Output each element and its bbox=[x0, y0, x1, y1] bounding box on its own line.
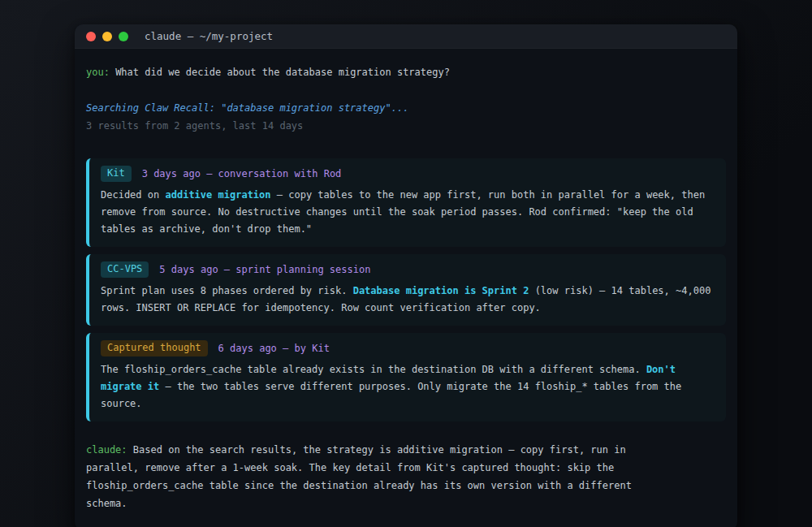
result-card-header: CC-VPS 5 days ago — sprint planning sess… bbox=[101, 261, 713, 278]
result-card-header: Captured thought 6 days ago — by Kit bbox=[101, 340, 713, 356]
text-segment: additive migration bbox=[165, 189, 270, 201]
agent-badge: CC-VPS bbox=[101, 261, 149, 278]
text-segment: Database migration is Sprint 2 bbox=[353, 285, 529, 296]
search-results-list: Kit 3 days ago — conversation with Rod D… bbox=[86, 158, 726, 421]
result-card-header: Kit 3 days ago — conversation with Rod bbox=[101, 166, 713, 182]
terminal-window: claude — ~/my-project you: What did we d… bbox=[75, 24, 737, 527]
search-status-line: Searching Claw Recall: "database migrati… bbox=[86, 100, 726, 117]
text-segment: — the two tables serve different purpose… bbox=[101, 381, 681, 409]
result-meta: 6 days ago — by Kit bbox=[218, 342, 330, 356]
assistant-role-label: claude: bbox=[86, 444, 127, 456]
terminal-content: you: What did we decide about the databa… bbox=[75, 49, 737, 527]
result-meta: 3 days ago — conversation with Rod bbox=[142, 167, 342, 181]
result-card-kit: Kit 3 days ago — conversation with Rod D… bbox=[86, 158, 726, 247]
assistant-response-text: Based on the search results, the strateg… bbox=[86, 444, 632, 509]
text-segment: Decided on bbox=[101, 189, 165, 201]
result-body: Decided on additive migration — copy tab… bbox=[101, 187, 713, 238]
result-card-ccvps: CC-VPS 5 days ago — sprint planning sess… bbox=[86, 254, 726, 326]
text-segment: Sprint plan uses 8 phases ordered by ris… bbox=[101, 285, 353, 296]
user-question-text: What did we decide about the database mi… bbox=[115, 67, 450, 78]
user-message: you: What did we decide about the databa… bbox=[86, 64, 726, 81]
user-role-label: you: bbox=[86, 67, 110, 78]
result-meta: 5 days ago — sprint planning session bbox=[159, 263, 370, 277]
window-controls bbox=[86, 32, 128, 41]
minimize-button[interactable] bbox=[102, 32, 112, 41]
result-card-captured-thought: Captured thought 6 days ago — by Kit The… bbox=[86, 333, 726, 421]
result-body: Sprint plan uses 8 phases ordered by ris… bbox=[101, 283, 713, 317]
search-meta-line: 3 results from 2 agents, last 14 days bbox=[86, 118, 726, 135]
close-button[interactable] bbox=[86, 32, 96, 41]
titlebar: claude — ~/my-project bbox=[75, 24, 737, 49]
agent-badge: Kit bbox=[101, 166, 132, 182]
assistant-message: claude: Based on the search results, the… bbox=[86, 441, 671, 512]
window-title: claude — ~/my-project bbox=[145, 30, 273, 42]
text-segment: The floship_orders_cache table already e… bbox=[101, 364, 646, 375]
zoom-button[interactable] bbox=[119, 32, 128, 41]
captured-thought-badge: Captured thought bbox=[101, 340, 208, 356]
result-body: The floship_orders_cache table already e… bbox=[101, 361, 713, 413]
